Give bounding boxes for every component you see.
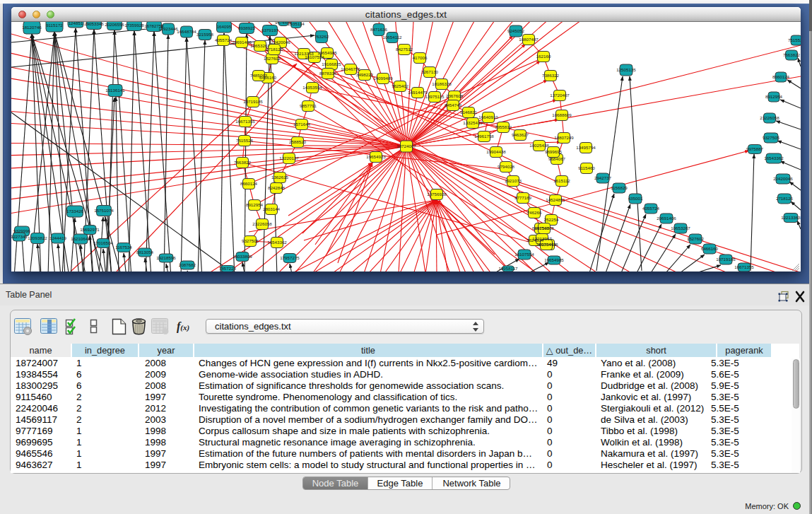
svg-text:2367608: 2367608 xyxy=(446,93,464,98)
svg-text:9115460: 9115460 xyxy=(578,165,595,170)
svg-text:12213363: 12213363 xyxy=(781,215,801,220)
svg-text:14353594: 14353594 xyxy=(302,85,322,90)
svg-text:7857224: 7857224 xyxy=(219,266,237,271)
svg-text:13975115: 13975115 xyxy=(425,94,445,99)
svg-text:17016504: 17016504 xyxy=(93,240,113,245)
svg-text:417006: 417006 xyxy=(413,55,428,60)
svg-text:252254: 252254 xyxy=(544,217,559,222)
svg-text:9794028: 9794028 xyxy=(498,164,515,169)
svg-text:18120746: 18120746 xyxy=(22,25,42,30)
svg-text:13720407: 13720407 xyxy=(550,93,570,98)
svg-text:9327505: 9327505 xyxy=(242,238,259,243)
svg-text:9975887: 9975887 xyxy=(746,146,764,151)
svg-text:9327505: 9327505 xyxy=(763,135,780,140)
svg-text:10025438: 10025438 xyxy=(529,143,549,148)
svg-text:14524851: 14524851 xyxy=(546,197,565,202)
svg-text:15751074: 15751074 xyxy=(94,208,114,213)
svg-text:19654985: 19654985 xyxy=(317,50,337,55)
svg-text:10973493: 10973493 xyxy=(536,242,556,247)
svg-text:9777169: 9777169 xyxy=(514,195,532,200)
svg-text:9699695: 9699695 xyxy=(545,149,563,154)
svg-text:18186328: 18186328 xyxy=(432,81,452,86)
svg-text:10688609: 10688609 xyxy=(552,112,572,117)
svg-text:3498222: 3498222 xyxy=(356,72,374,77)
svg-text:16671355: 16671355 xyxy=(235,119,255,124)
svg-text:9245052: 9245052 xyxy=(507,28,525,33)
svg-text:1527602: 1527602 xyxy=(264,56,281,61)
svg-text:2718126: 2718126 xyxy=(266,47,283,52)
svg-text:10719185: 10719185 xyxy=(243,99,263,104)
svg-text:8242848: 8242848 xyxy=(268,185,286,190)
svg-text:13220137: 13220137 xyxy=(279,156,299,160)
svg-text:2942737: 2942737 xyxy=(594,175,612,180)
svg-text:8938923: 8938923 xyxy=(238,25,256,30)
svg-text:17359928: 17359928 xyxy=(124,23,144,28)
svg-text:1733426: 1733426 xyxy=(66,209,84,214)
svg-text:16648784: 16648784 xyxy=(177,29,196,34)
svg-text:19654923: 19654923 xyxy=(366,154,386,159)
svg-text:6466160: 6466160 xyxy=(701,246,719,251)
svg-text:9146821: 9146821 xyxy=(460,110,478,115)
svg-text:12213967: 12213967 xyxy=(532,236,552,241)
svg-text:17957275: 17957275 xyxy=(280,255,300,260)
svg-text:9463627: 9463627 xyxy=(512,132,529,137)
svg-text:6379197: 6379197 xyxy=(261,28,279,33)
svg-text:4055724: 4055724 xyxy=(215,37,233,42)
svg-text:16543362: 16543362 xyxy=(267,240,287,245)
svg-text:1571644: 1571644 xyxy=(293,122,311,127)
svg-text:1167534: 1167534 xyxy=(115,245,132,250)
svg-text:16107554: 16107554 xyxy=(514,252,534,257)
svg-text:2935114: 2935114 xyxy=(288,22,305,26)
svg-text:12505135: 12505135 xyxy=(616,67,636,72)
svg-text:16671355: 16671355 xyxy=(734,264,754,269)
svg-text:7515526: 7515526 xyxy=(236,138,254,143)
svg-text:19756928: 19756928 xyxy=(427,192,447,197)
svg-text:1921073: 1921073 xyxy=(505,178,522,183)
svg-text:2588520: 2588520 xyxy=(289,139,307,144)
svg-text:10719185: 10719185 xyxy=(716,257,736,262)
svg-text:9857791: 9857791 xyxy=(300,103,317,108)
svg-text:22420046: 22420046 xyxy=(271,40,290,45)
svg-text:3267130: 3267130 xyxy=(421,69,439,74)
svg-text:2803144: 2803144 xyxy=(263,206,281,211)
svg-text:13325419: 13325419 xyxy=(463,120,483,125)
svg-text:8660124: 8660124 xyxy=(772,74,790,79)
svg-text:8912954: 8912954 xyxy=(246,202,264,207)
svg-text:19904438: 19904438 xyxy=(486,149,506,154)
svg-text:19654985: 19654985 xyxy=(544,257,564,262)
svg-text:9227341: 9227341 xyxy=(11,234,28,239)
svg-text:1615112: 1615112 xyxy=(553,178,570,183)
svg-text:20206556: 20206556 xyxy=(105,22,124,27)
svg-text:23226058: 23226058 xyxy=(760,115,779,120)
svg-text:7515526: 7515526 xyxy=(788,37,801,42)
svg-text:14961758: 14961758 xyxy=(474,134,494,139)
svg-text:8878334: 8878334 xyxy=(319,71,337,76)
svg-text:164095: 164095 xyxy=(217,24,232,29)
svg-text:20691406: 20691406 xyxy=(232,40,252,45)
svg-text:746266: 746266 xyxy=(527,210,542,215)
svg-text:10654112: 10654112 xyxy=(382,35,402,40)
svg-text:19218596: 19218596 xyxy=(156,255,176,260)
svg-text:2718126: 2718126 xyxy=(776,196,794,201)
svg-text:4055724: 4055724 xyxy=(642,206,660,211)
svg-text:8912954: 8912954 xyxy=(765,94,783,99)
svg-text:16210643: 16210643 xyxy=(71,236,90,241)
svg-text:8454749: 8454749 xyxy=(445,103,462,107)
svg-text:29053346: 29053346 xyxy=(84,22,104,26)
svg-text:7663822: 7663822 xyxy=(783,52,801,57)
svg-text:162160: 162160 xyxy=(536,54,551,59)
svg-text:8471636: 8471636 xyxy=(370,27,388,32)
svg-text:12923446: 12923446 xyxy=(158,26,178,31)
svg-text:12093822: 12093822 xyxy=(28,235,47,240)
svg-text:18724007: 18724007 xyxy=(396,144,416,148)
svg-text:15136141: 15136141 xyxy=(105,88,125,93)
svg-text:16154808: 16154808 xyxy=(534,226,554,230)
svg-text:7955812: 7955812 xyxy=(495,124,512,129)
svg-text:16107554: 16107554 xyxy=(305,54,324,59)
svg-text:10807487: 10807487 xyxy=(519,37,539,42)
svg-text:763262: 763262 xyxy=(314,34,329,39)
svg-text:2087682: 2087682 xyxy=(179,262,196,267)
svg-text:10653267: 10653267 xyxy=(671,226,690,230)
svg-text:20691406: 20691406 xyxy=(657,216,676,221)
svg-text:8813054: 8813054 xyxy=(136,250,154,255)
